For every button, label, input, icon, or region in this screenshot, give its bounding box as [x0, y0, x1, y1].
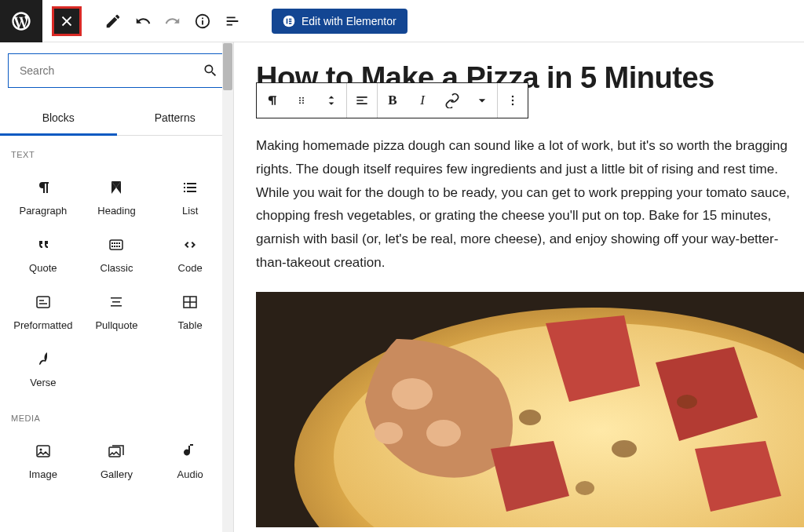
search-icon: [203, 63, 218, 78]
block-preformatted[interactable]: Preformatted: [6, 282, 80, 339]
block-classic[interactable]: Classic: [80, 224, 154, 282]
svg-point-26: [302, 100, 304, 101]
italic-button[interactable]: I: [407, 83, 437, 118]
svg-rect-16: [37, 297, 49, 308]
svg-point-35: [392, 378, 433, 410]
edit-with-elementor-button[interactable]: Edit with Elementor: [272, 9, 407, 34]
svg-rect-9: [114, 242, 115, 244]
outline-button[interactable]: [218, 7, 247, 35]
media-blocks-grid: Image Gallery Audio: [0, 428, 233, 491]
section-media-title: MEDIA: [0, 399, 233, 428]
svg-point-31: [512, 104, 514, 106]
search-field[interactable]: [20, 64, 203, 77]
block-paragraph[interactable]: Paragraph: [6, 167, 80, 224]
more-formatting-button[interactable]: [467, 83, 497, 118]
block-gallery[interactable]: Gallery: [80, 431, 154, 488]
svg-point-30: [512, 100, 514, 102]
svg-point-28: [302, 102, 304, 104]
block-inserter-panel: Blocks Patterns TEXT Paragraph Heading L…: [0, 42, 234, 532]
svg-rect-8: [111, 242, 113, 244]
svg-rect-11: [119, 242, 120, 244]
inserter-tabs: Blocks Patterns: [0, 102, 233, 136]
top-toolbar: Edit with Elementor: [0, 0, 804, 42]
block-toolbar: B I: [256, 82, 528, 118]
svg-point-23: [299, 97, 301, 99]
svg-point-27: [299, 102, 301, 104]
svg-rect-3: [287, 18, 288, 24]
image-block[interactable]: [256, 292, 804, 527]
svg-point-29: [512, 96, 514, 98]
info-button[interactable]: [188, 7, 217, 35]
block-image[interactable]: Image: [6, 431, 80, 488]
options-button[interactable]: [498, 83, 528, 118]
svg-rect-4: [289, 18, 291, 20]
block-code[interactable]: Code: [153, 224, 227, 282]
svg-rect-15: [119, 246, 120, 247]
paragraph-block-icon[interactable]: [257, 83, 287, 118]
svg-rect-6: [289, 23, 291, 24]
svg-rect-12: [111, 246, 113, 247]
svg-point-36: [426, 420, 461, 446]
section-text-title: TEXT: [0, 136, 233, 164]
svg-point-43: [612, 440, 637, 457]
edit-tool-button[interactable]: [99, 7, 127, 35]
svg-rect-22: [109, 447, 120, 457]
close-inserter-button[interactable]: [52, 6, 82, 36]
text-blocks-grid: Paragraph Heading List Quote Classic Cod…: [0, 164, 233, 399]
svg-rect-7: [110, 240, 122, 250]
svg-point-25: [299, 100, 301, 101]
drag-handle[interactable]: [287, 83, 316, 118]
elementor-button-label: Edit with Elementor: [302, 15, 397, 27]
tab-blocks[interactable]: Blocks: [0, 102, 117, 136]
svg-point-42: [519, 410, 541, 425]
block-table[interactable]: Table: [153, 282, 227, 339]
undo-button[interactable]: [129, 7, 157, 35]
paragraph-block[interactable]: Making homemade pizza dough can sound li…: [256, 134, 804, 275]
redo-button[interactable]: [159, 7, 187, 35]
wordpress-logo[interactable]: [0, 0, 42, 42]
move-up-down[interactable]: [316, 83, 346, 118]
align-button[interactable]: [347, 83, 377, 118]
svg-point-21: [39, 449, 42, 451]
block-verse[interactable]: Verse: [6, 339, 80, 396]
svg-point-45: [677, 395, 697, 409]
block-list[interactable]: List: [153, 167, 227, 224]
svg-rect-14: [116, 246, 118, 247]
svg-rect-5: [289, 20, 291, 22]
block-quote[interactable]: Quote: [6, 224, 80, 282]
block-audio[interactable]: Audio: [153, 431, 227, 488]
svg-rect-10: [116, 242, 118, 244]
tab-patterns[interactable]: Patterns: [117, 102, 234, 135]
svg-point-37: [375, 422, 403, 444]
editor-canvas: How to Make a Pizza in 5 Minutes B I Mak…: [234, 42, 804, 532]
bold-button[interactable]: B: [378, 83, 407, 118]
svg-rect-13: [114, 246, 115, 247]
sidebar-scrollbar[interactable]: [222, 42, 233, 532]
block-search-input[interactable]: [8, 53, 225, 88]
block-pullquote[interactable]: Pullquote: [80, 282, 154, 339]
main-area: Blocks Patterns TEXT Paragraph Heading L…: [0, 42, 804, 532]
block-heading[interactable]: Heading: [80, 167, 154, 224]
svg-point-24: [302, 97, 304, 99]
link-button[interactable]: [437, 83, 467, 118]
svg-point-44: [576, 481, 594, 495]
